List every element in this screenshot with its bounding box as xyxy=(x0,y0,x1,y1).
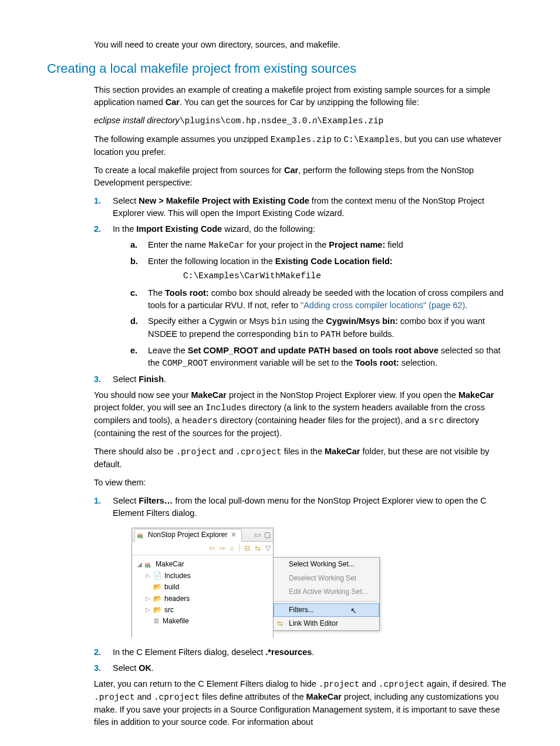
path-line: eclipse install directory\plugins\com.hp… xyxy=(94,114,513,127)
tree-label: Makefile xyxy=(163,616,189,626)
text: Select xyxy=(113,496,139,505)
menu-edit-working-set: Edit Active Working Set... xyxy=(274,585,379,599)
tree-includes[interactable]: ▷📄Includes xyxy=(137,571,268,582)
step-1: 1. Select New > Makefile Project with Ex… xyxy=(94,195,513,220)
substeps: a. Enter the name MakeCar for your proje… xyxy=(130,239,513,370)
text: using the xyxy=(286,316,326,326)
steps-list: 1. Select New > Makefile Project with Ex… xyxy=(94,195,513,386)
view-menu-icon[interactable]: ▽ xyxy=(265,544,271,553)
menu-separator xyxy=(275,601,378,602)
field-label: Tools root: xyxy=(355,358,399,367)
text: In the C Element Filters dialog, deselec… xyxy=(113,647,265,657)
menu-link-with-editor[interactable]: ⇆ Link With Editor xyxy=(274,617,379,630)
text: Enter the following location in the xyxy=(148,256,275,266)
field-label: Project name: xyxy=(329,240,385,249)
text: again, if desired. The xyxy=(424,679,506,688)
text: Select xyxy=(113,663,139,673)
tree-headers[interactable]: ▷📂headers xyxy=(137,593,268,605)
tree-label: headers xyxy=(164,594,190,604)
explorer-tab[interactable]: NonStop Project Explorer ✕ xyxy=(134,529,242,541)
tree-build[interactable]: 📂build xyxy=(137,582,268,593)
tree-makefile[interactable]: 🗎Makefile xyxy=(137,616,268,627)
back-icon[interactable]: ⇦ xyxy=(209,544,215,553)
cross-reference-link[interactable]: "Adding cross compiler locations" (page … xyxy=(301,301,465,310)
text: The xyxy=(148,288,165,298)
paragraph: To create a local makefile project from … xyxy=(94,164,513,189)
dir-name: headers xyxy=(182,416,218,426)
step-2: 2. In the Import Existing Code wizard, d… xyxy=(94,223,513,370)
substep-e: e. Leave the Set COMP_ROOT and update PA… xyxy=(130,345,513,370)
view-steps: 1. Select Filters… from the local pull-d… xyxy=(94,495,513,674)
text: Enter the name xyxy=(148,240,208,249)
project-icon xyxy=(145,561,153,569)
folder-icon: 📂 xyxy=(153,594,162,604)
code-path: C:\Examples\CarWithMakefile xyxy=(183,270,513,282)
text: files define attributes of the xyxy=(200,692,306,701)
app-name: Car xyxy=(166,97,180,107)
text: Leave the xyxy=(148,346,188,355)
app-name: Car xyxy=(284,166,298,175)
menu-deselect-working-set: Deselect Working Set xyxy=(274,572,379,585)
folder-icon: 📂 xyxy=(153,605,162,615)
text: The following example assumes you unzipp… xyxy=(94,134,271,144)
text: for your project in the xyxy=(244,240,329,249)
menu-item-label: Filters… xyxy=(139,496,173,505)
text: . xyxy=(151,663,154,673)
maximize-icon[interactable]: ▢ xyxy=(264,530,271,540)
link-icon[interactable]: ⇆ xyxy=(255,544,261,553)
text: before builds. xyxy=(341,329,394,339)
tree-label: MakeCar xyxy=(156,559,184,569)
explorer-panel: NonStop Project Explorer ✕ ▭ ▢ ⇦ ⇨ ⌂ xyxy=(131,528,274,637)
menu-label: Link With Editor xyxy=(289,619,338,627)
home-icon[interactable]: ⌂ xyxy=(230,544,234,553)
paragraph: There should also be .project and .cproj… xyxy=(94,445,513,471)
paragraph: The following example assumes you unzipp… xyxy=(94,133,513,158)
field-label: Tools root: xyxy=(165,288,209,298)
text: directory (containing header files for t… xyxy=(218,416,429,425)
project-name: MakeCar xyxy=(208,241,244,250)
filename: .project xyxy=(94,693,135,702)
substep-d: d. Specify either a Cygwin or Msys bin u… xyxy=(130,315,513,341)
view-step-1: 1. Select Filters… from the local pull-d… xyxy=(94,495,513,637)
paragraph: Later, you can return to the C Element F… xyxy=(94,678,513,728)
project-name: MakeCar xyxy=(191,390,227,400)
text: . You can get the sources for Car by unz… xyxy=(180,97,419,107)
tree-root[interactable]: ◢MakeCar xyxy=(137,559,268,570)
code: COMP_ROOT xyxy=(162,359,208,368)
path-segment: \plugins\com.hp.nsdee_3.0. xyxy=(180,116,312,126)
path-segment: \Examples.zip xyxy=(317,116,383,126)
tree-label: src xyxy=(164,605,174,615)
tree-label: Includes xyxy=(164,571,191,581)
menu-filters[interactable]: Filters... ↖ xyxy=(274,603,379,617)
code: bin xyxy=(271,317,286,326)
menu-path: New > Makefile Project with Existing Cod… xyxy=(139,196,309,205)
text: field xyxy=(385,240,403,249)
paragraph: To view them: xyxy=(94,477,513,489)
text: . xyxy=(465,301,467,310)
filename: .project xyxy=(319,680,360,689)
folder-icon: 📂 xyxy=(153,582,162,592)
minimize-icon[interactable]: ▭ xyxy=(254,530,261,540)
view-step-2: 2. In the C Element Filters dialog, dese… xyxy=(94,646,513,659)
text: Select xyxy=(113,374,139,384)
tree-src[interactable]: ▷📂src xyxy=(137,605,268,616)
path-n: n xyxy=(312,116,317,125)
close-icon[interactable]: ✕ xyxy=(231,530,237,540)
text: Specify either a Cygwin or Msys xyxy=(148,316,271,326)
file-icon: 🗎 xyxy=(153,616,160,626)
tab-bar: NonStop Project Explorer ✕ ▭ ▢ xyxy=(132,528,273,542)
screenshot: NonStop Project Explorer ✕ ▭ ▢ ⇦ ⇨ ⌂ xyxy=(131,528,513,637)
text: Later, you can return to the C Element F… xyxy=(94,679,319,688)
text: project in the NonStop Project Explorer … xyxy=(227,390,458,400)
collapse-icon[interactable]: ⊟ xyxy=(244,544,250,553)
wizard-name: Import Existing Code xyxy=(136,224,222,234)
menu-label: Filters... xyxy=(289,606,314,614)
link-editor-icon: ⇆ xyxy=(277,619,283,629)
filename: .project xyxy=(176,447,217,457)
code: bin xyxy=(293,330,308,339)
text: You should now see your xyxy=(94,390,191,400)
text: and xyxy=(217,447,235,456)
forward-icon[interactable]: ⇨ xyxy=(220,544,225,553)
menu-select-working-set[interactable]: Select Working Set... xyxy=(274,558,379,571)
text: files in the xyxy=(282,447,325,456)
